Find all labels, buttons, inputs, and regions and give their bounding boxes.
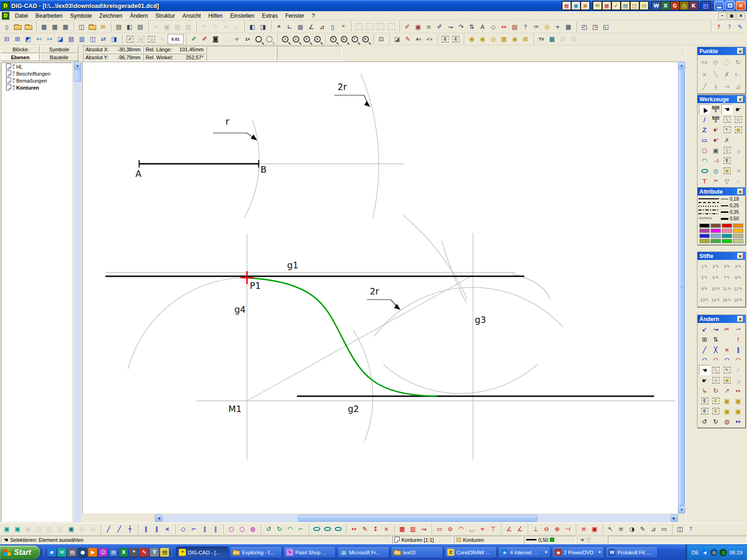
open-book-icon[interactable]: ◫ bbox=[76, 21, 87, 32]
copy-element-2-icon[interactable]: E bbox=[699, 406, 710, 416]
print-preview-icon[interactable]: ◧ bbox=[124, 21, 135, 32]
cube-2-icon[interactable]: ▣ bbox=[721, 406, 733, 416]
zoom-window-icon[interactable]: ⊡ bbox=[376, 34, 387, 44]
help-context-icon[interactable]: ? bbox=[713, 21, 724, 32]
dim-pen-icon[interactable]: ✎ bbox=[359, 524, 370, 534]
linestyle-dashed[interactable] bbox=[698, 202, 719, 203]
close-icon[interactable]: × bbox=[737, 189, 743, 195]
messenger-icon[interactable]: ☺ bbox=[99, 548, 107, 557]
copy-mirror-icon[interactable]: ↔ bbox=[733, 385, 744, 396]
select-cube-icon[interactable]: ▣ bbox=[733, 125, 744, 135]
color-swatch[interactable] bbox=[722, 229, 732, 233]
color-swatch[interactable] bbox=[733, 229, 743, 233]
select-page-icon[interactable]: ▯ bbox=[721, 145, 733, 155]
close-icon[interactable]: × bbox=[737, 96, 743, 102]
explode-tool-icon[interactable]: ?* bbox=[710, 176, 721, 186]
hand-select-icon[interactable]: ☚ bbox=[699, 365, 710, 375]
window-merge-icon[interactable]: ◨ bbox=[109, 34, 120, 44]
bend-curve-icon[interactable]: ↝ bbox=[710, 324, 721, 334]
close-icon[interactable]: × bbox=[737, 316, 743, 322]
menu-einstellen[interactable]: Einstellen bbox=[226, 12, 258, 20]
circle-center-icon[interactable]: ○ bbox=[226, 524, 237, 534]
ellipse-1-icon[interactable] bbox=[311, 524, 322, 534]
help-icon[interactable]: ? bbox=[724, 21, 735, 32]
copy-rotate-icon[interactable]: ↻ bbox=[710, 385, 721, 396]
trim-cross-icon[interactable]: ╳ bbox=[710, 344, 721, 355]
rect-tool-icon[interactable]: ▭ bbox=[699, 135, 710, 145]
dim-baseline-icon[interactable]: ▥ bbox=[408, 524, 418, 534]
dynamite-icon[interactable]: ! bbox=[733, 334, 744, 344]
clip-import-icon[interactable]: ✐ bbox=[125, 34, 135, 44]
tv-select-icon[interactable]: TV bbox=[536, 34, 547, 44]
coord-axes-icon[interactable]: ∟ bbox=[284, 21, 295, 32]
cross-delete-icon[interactable]: × bbox=[721, 344, 733, 355]
linestyle-dashdotdot[interactable] bbox=[698, 213, 719, 214]
swap-vertical-icon[interactable]: ⇅ bbox=[466, 21, 477, 32]
move-point-icon[interactable]: ↝ bbox=[445, 21, 456, 32]
dim-line-red-icon[interactable]: ↔ bbox=[499, 21, 509, 32]
hatch-2-icon[interactable]: ∥ bbox=[210, 524, 221, 534]
mdi-close-button[interactable]: × bbox=[737, 12, 745, 20]
parallel-distance-icon[interactable]: ∥ bbox=[151, 524, 162, 534]
line-icon[interactable]: ╱ bbox=[103, 524, 114, 534]
select-poly-icon[interactable]: ◇ bbox=[733, 114, 744, 125]
excel-ql-icon[interactable]: X bbox=[119, 548, 128, 557]
text-attr-icon[interactable]: A bbox=[477, 21, 488, 32]
task-lex03[interactable]: lex03 bbox=[391, 546, 443, 558]
cube-2b-icon[interactable]: ▣ bbox=[733, 406, 744, 416]
menu-fenster[interactable]: Fenster bbox=[282, 12, 308, 20]
aux-move-icon[interactable]: ↖ bbox=[605, 524, 616, 534]
level-lines-icon[interactable]: ≡ bbox=[423, 21, 434, 32]
vertical-scrollbar[interactable]: ▲ ≡ ▼ bbox=[678, 62, 685, 513]
notes-icon[interactable]: ▤ bbox=[640, 1, 648, 10]
copy-element-new-icon[interactable]: E bbox=[451, 34, 461, 44]
move-vertical-icon[interactable]: ⇅ bbox=[710, 334, 721, 344]
left-scroll-thumb[interactable] bbox=[74, 70, 81, 82]
zoom-7-icon[interactable]: 7 bbox=[349, 34, 360, 44]
paint-brush-icon[interactable]: ✎ bbox=[140, 548, 148, 557]
table-window-icon[interactable]: ▦ bbox=[563, 21, 574, 32]
new-file-icon[interactable]: ▯ bbox=[1, 21, 12, 32]
arc-cw-icon[interactable]: ↻ bbox=[274, 524, 285, 534]
color-swatch[interactable] bbox=[711, 239, 721, 243]
clock-icon[interactable]: ◷ bbox=[680, 1, 689, 10]
task-2-powerdvd[interactable]: ◉2 PowerDVD▼ bbox=[552, 546, 604, 558]
solid-cube-icon[interactable]: ▣ bbox=[413, 21, 423, 32]
task-exploring-f-[interactable]: Exploring - f... bbox=[230, 546, 282, 558]
scroll-up-icon[interactable]: ▲ bbox=[678, 62, 685, 69]
menu-bearbeiten[interactable]: Bearbeiten bbox=[32, 12, 66, 20]
menu-hilfen[interactable]: Hilfen bbox=[204, 12, 226, 20]
dim-reference-icon[interactable]: ⊤ bbox=[488, 524, 499, 534]
close-icon[interactable]: × bbox=[737, 253, 743, 259]
gear-tool-icon[interactable]: * bbox=[129, 548, 138, 557]
ellipse-2-icon[interactable] bbox=[322, 524, 333, 534]
window-vertical-icon[interactable]: ▥ bbox=[77, 34, 87, 44]
cube-select-icon[interactable]: ▣ bbox=[721, 375, 733, 385]
info-window-icon[interactable]: ◫ bbox=[675, 524, 685, 534]
draft-pen-off-icon[interactable]: ✐ bbox=[199, 34, 210, 44]
zoom-1x-icon[interactable]: 1× bbox=[242, 34, 253, 44]
media-player-icon[interactable]: ▶ bbox=[88, 548, 97, 557]
marker-page-icon[interactable]: ◪ bbox=[392, 34, 402, 44]
menu-?[interactable]: ? bbox=[308, 12, 319, 20]
contour-icon[interactable]: ⌐ bbox=[189, 524, 199, 534]
limit-tool-icon[interactable]: →| bbox=[710, 155, 721, 166]
trim-extend-icon[interactable]: ⇀ bbox=[733, 324, 744, 334]
zoom-8-icon[interactable]: 8 bbox=[360, 34, 371, 44]
zoom-3-icon[interactable]: 3 bbox=[301, 34, 312, 44]
drawing-sheet-icon[interactable]: ▯ bbox=[327, 21, 338, 32]
task-protokoll-fk-[interactable]: WProtokoll FK ... bbox=[606, 546, 658, 558]
outlook-express-icon[interactable]: ✉ bbox=[57, 548, 66, 557]
tray-display-icon[interactable]: ▥ bbox=[719, 549, 727, 556]
print-icon[interactable]: ▤ bbox=[113, 21, 124, 32]
open-copy-icon[interactable] bbox=[23, 21, 34, 32]
ellipse-3-icon[interactable] bbox=[333, 524, 344, 534]
image-viewer-icon[interactable]: ▣ bbox=[571, 1, 580, 10]
style-brush-icon[interactable]: ✎ bbox=[402, 34, 413, 44]
task-dig-cad-[interactable]: *DIG-CAD - [... bbox=[176, 546, 228, 558]
window-new-icon[interactable]: ◫ bbox=[87, 34, 98, 44]
cut-scissors-icon[interactable]: ✂ bbox=[721, 324, 733, 334]
dim-leader-icon[interactable]: ↝ bbox=[418, 524, 429, 534]
new-folder-icon[interactable] bbox=[87, 21, 98, 32]
tag-icon[interactable]: ◇ bbox=[488, 21, 499, 32]
